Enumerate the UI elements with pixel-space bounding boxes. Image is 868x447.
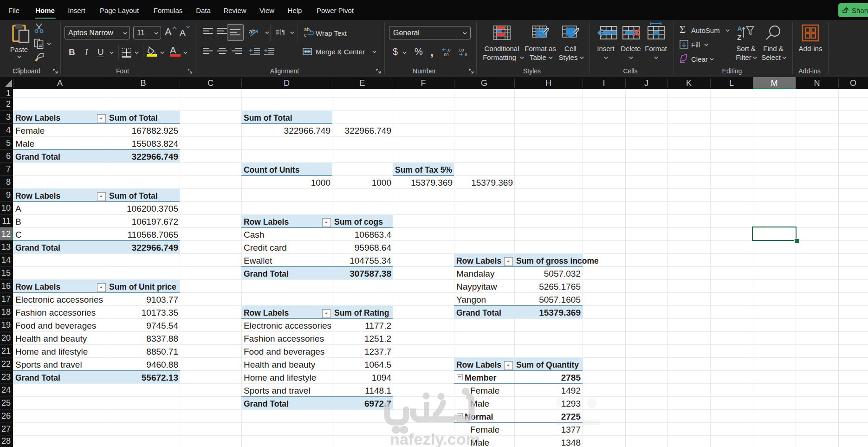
svg-text:c: c [304,32,307,38]
svg-text:.00: .00 [443,52,449,57]
svg-text:.0: .0 [447,48,451,52]
svg-text:nafezly.com: nafezly.com [390,430,480,447]
svg-text:.00: .00 [458,48,464,52]
svg-text:A: A [737,25,742,32]
svg-text:¶: ¶ [282,29,285,36]
svg-text:ab: ab [249,28,255,35]
svg-text:ab: ab [304,27,310,32]
svg-text:.0: .0 [464,52,467,57]
svg-text:Z: Z [737,33,741,41]
